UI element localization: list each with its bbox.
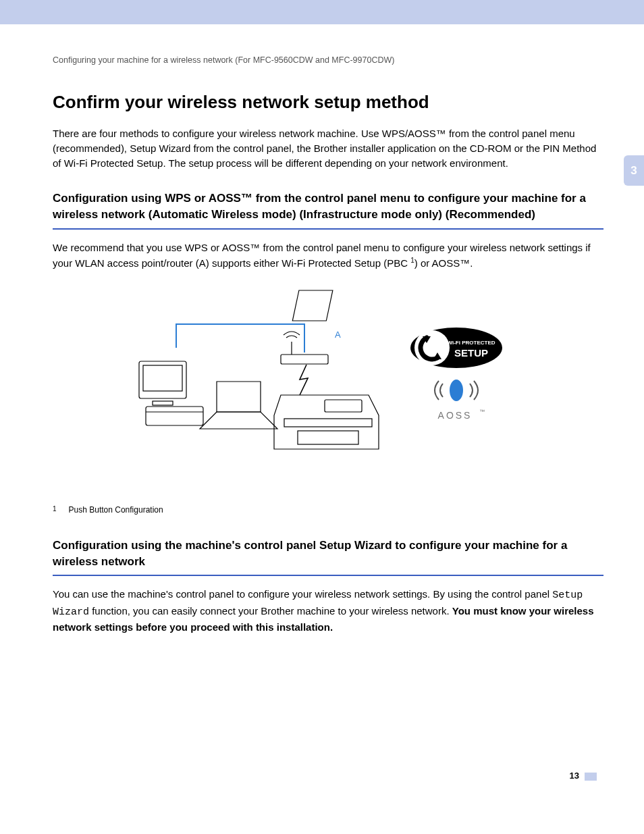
aoss-badge-icon: AOSS ™ bbox=[435, 380, 485, 421]
section2-body: You can use the machine's control panel … bbox=[53, 587, 603, 635]
svg-rect-2 bbox=[153, 401, 173, 405]
laptop-icon bbox=[200, 382, 277, 429]
router-top-icon bbox=[292, 290, 333, 321]
top-accent-bar bbox=[0, 0, 644, 24]
footnote-number: 1 bbox=[53, 505, 57, 513]
svg-rect-7 bbox=[325, 400, 362, 412]
desktop-icon bbox=[139, 361, 203, 425]
section-rule bbox=[53, 575, 603, 576]
section2-body-mid: function, you can easily connect your Br… bbox=[89, 605, 452, 617]
footnote-text: Push Button Configuration bbox=[69, 505, 163, 515]
section1-body-post: ) or AOSS™. bbox=[414, 257, 473, 269]
intro-paragraph: There are four methods to configure your… bbox=[53, 126, 603, 170]
network-diagram: A Wi-Fi PROTECTED SETUP bbox=[53, 284, 603, 473]
svg-text:Wi-Fi PROTECTED: Wi-Fi PROTECTED bbox=[447, 340, 495, 346]
section2-body-pre: You can use the machine's control panel … bbox=[53, 588, 552, 600]
breadcrumb: Configuring your machine for a wireless … bbox=[53, 55, 603, 65]
page-number-accent bbox=[585, 773, 597, 781]
svg-rect-1 bbox=[143, 365, 182, 391]
svg-text:SETUP: SETUP bbox=[454, 347, 488, 359]
section2-heading: Configuration using the machine's contro… bbox=[53, 538, 603, 570]
svg-point-16 bbox=[450, 380, 463, 401]
page-number-wrap: 13 bbox=[53, 771, 603, 781]
page-content: Configuring your machine for a wireless … bbox=[0, 24, 644, 801]
svg-text:AOSS: AOSS bbox=[438, 410, 473, 421]
svg-rect-3 bbox=[146, 407, 203, 425]
svg-rect-0 bbox=[139, 361, 186, 398]
section1-body-pre: We recommend that you use WPS or AOSS™ f… bbox=[53, 242, 591, 269]
svg-rect-5 bbox=[281, 355, 328, 364]
svg-rect-8 bbox=[284, 419, 372, 427]
section-rule bbox=[53, 228, 603, 230]
section1-heading: Configuration using WPS or AOSS™ from th… bbox=[53, 190, 603, 223]
page-number: 13 bbox=[570, 771, 579, 781]
page-title: Confirm your wireless network setup meth… bbox=[53, 92, 603, 113]
svg-text:™: ™ bbox=[479, 409, 485, 415]
section1-body: We recommend that you use WPS or AOSS™ f… bbox=[53, 240, 603, 271]
printer-icon bbox=[274, 395, 379, 449]
wps-badge-icon: Wi-Fi PROTECTED SETUP bbox=[410, 328, 502, 368]
svg-rect-9 bbox=[298, 431, 358, 444]
footnote: 1 Push Button Configuration bbox=[53, 505, 603, 515]
diagram-label-a: A bbox=[335, 330, 341, 340]
